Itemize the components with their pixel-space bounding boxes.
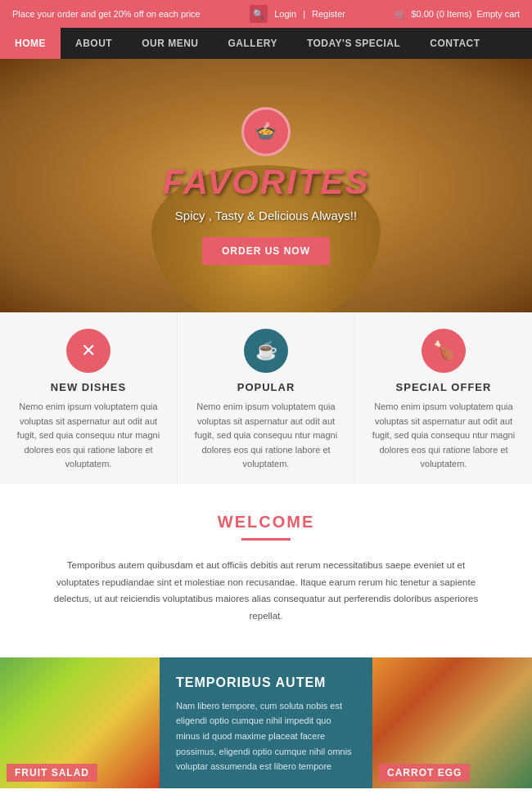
nav-todays-special[interactable]: TODAY'S SPECIAL [292, 28, 415, 59]
fruit-salad-label: FRUIT SALAD [7, 764, 97, 782]
feature-popular: ☕ POPULAR Nemo enim ipsum voluptatem qui… [178, 312, 355, 484]
new-dishes-icon: ✕ [66, 329, 110, 373]
welcome-text: Temporibus autem quibusdam et aut offici… [49, 557, 483, 625]
welcome-section: WELCOME Temporibus autem quibusdam et au… [0, 484, 532, 641]
cart-total: $0.00 (0 Items) [411, 9, 471, 19]
mid-content-text: Nam libero tempore, cum soluta nobis est… [176, 698, 356, 774]
register-link[interactable]: Register [312, 9, 345, 19]
mid-content: TEMPORIBUS AUTEM Nam libero tempore, cum… [160, 657, 372, 788]
nav-gallery[interactable]: GALLERY [214, 28, 292, 59]
feature-new-dishes: ✕ NEW DISHES Nemo enim ipsum voluptatem … [0, 312, 178, 484]
hero-icon: 🍲 [241, 107, 291, 156]
nav-about[interactable]: ABOUT [61, 28, 127, 59]
promo-text: Place your order and get 20% off on each… [12, 9, 201, 19]
fruit-salad-image: FRUIT SALAD [0, 657, 160, 788]
hero-section: 🍲 FAVORITES Spicy , Tasty & Delicious Al… [0, 59, 532, 312]
top-bar: Place your order and get 20% off on each… [0, 0, 532, 28]
delicious-section: DELICIOUS FOOD FOR ALL TASTES [0, 788, 532, 812]
nav-our-menu[interactable]: OUR MENU [127, 28, 213, 59]
feature-special-offer-text: Nemo enim ipsum voluptatem quia voluptas… [367, 400, 520, 472]
welcome-underline [241, 538, 291, 541]
mid-content-title: TEMPORIBUS AUTEM [176, 675, 356, 690]
cart-area: 🛒 $0.00 (0 Items) Empty cart [394, 9, 520, 20]
features-section: ✕ NEW DISHES Nemo enim ipsum voluptatem … [0, 312, 532, 484]
feature-new-dishes-title: NEW DISHES [12, 381, 165, 393]
empty-cart-label: Empty cart [476, 9, 520, 19]
main-nav: HOME ABOUT OUR MENU GALLERY TODAY'S SPEC… [0, 28, 532, 59]
popular-icon: ☕ [244, 329, 288, 373]
hero-subtitle: Spicy , Tasty & Delicious Always!! [163, 209, 370, 222]
fruit-salad-bg: FRUIT SALAD [0, 657, 160, 788]
mid-banner: FRUIT SALAD TEMPORIBUS AUTEM Nam libero … [0, 657, 532, 788]
carrot-egg-bg: CARROT EGG [372, 657, 532, 788]
cart-icon: 🛒 [394, 9, 406, 20]
order-button[interactable]: ORDER US NOW [202, 237, 330, 265]
login-link[interactable]: Login [274, 9, 296, 19]
feature-special-offer: 🍗 SPECIAL OFFER Nemo enim ipsum voluptat… [355, 312, 532, 484]
nav-contact[interactable]: CONTACT [415, 28, 494, 59]
special-offer-icon: 🍗 [422, 329, 466, 373]
search-button[interactable]: 🔍 [250, 5, 268, 23]
feature-special-offer-title: SPECIAL OFFER [367, 381, 520, 393]
hero-title: FAVORITES [163, 163, 370, 202]
carrot-egg-label: CARROT EGG [379, 764, 470, 782]
welcome-title: WELCOME [49, 513, 483, 532]
feature-new-dishes-text: Nemo enim ipsum voluptatem quia voluptas… [12, 400, 165, 472]
feature-popular-title: POPULAR [190, 381, 342, 393]
nav-home[interactable]: HOME [0, 28, 61, 59]
carrot-egg-image: CARROT EGG [372, 657, 532, 788]
feature-popular-text: Nemo enim ipsum voluptatem quia voluptas… [190, 400, 342, 472]
